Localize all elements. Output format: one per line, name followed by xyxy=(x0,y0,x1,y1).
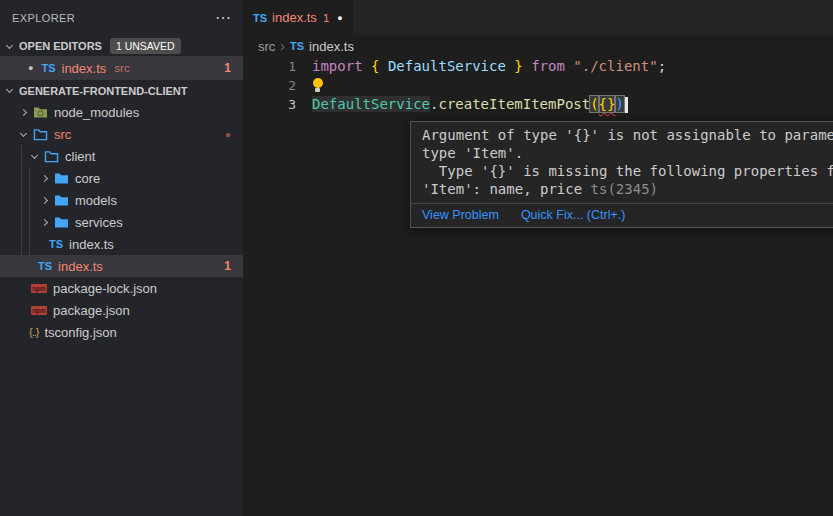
token-import: import xyxy=(312,58,371,74)
chevron-down-icon xyxy=(6,41,13,48)
tree-item-label: services xyxy=(75,215,123,230)
open-editor-item-index-ts[interactable]: ● TS index.ts src 1 xyxy=(0,56,243,80)
tree-item-services[interactable]: services xyxy=(0,211,243,233)
token-default-service: DefaultService xyxy=(379,58,514,74)
tree-item-label: package.json xyxy=(53,303,130,318)
tree-item-label: package-lock.json xyxy=(53,281,157,296)
typescript-file-icon: TS xyxy=(38,260,52,272)
lightbulb-icon[interactable] xyxy=(312,78,323,93)
line-number: 3 xyxy=(243,95,296,114)
chevron-right-icon xyxy=(41,196,48,203)
chevron-down-icon xyxy=(6,86,13,93)
tree-item-package-lock-json[interactable]: npm package-lock.json xyxy=(0,277,243,299)
typescript-file-icon: TS xyxy=(49,238,63,250)
tree-item-client[interactable]: client xyxy=(0,145,243,167)
error-count-badge: 1 xyxy=(224,61,231,75)
workspace-label: GENERATE-FRONTEND-CLIENT xyxy=(19,85,187,97)
client-folder-icon xyxy=(44,150,59,163)
node-modules-folder-icon xyxy=(33,106,48,119)
open-editors-header[interactable]: OPEN EDITORS 1 UNSAVED xyxy=(0,36,243,56)
error-message: Argument of type '{}' is not assignable … xyxy=(411,122,833,203)
tree-item-label: core xyxy=(75,171,100,186)
token-default-service: DefaultService xyxy=(312,96,430,112)
token-empty-object: {} xyxy=(599,96,616,112)
error-hover-tooltip: Argument of type '{}' is not assignable … xyxy=(410,121,833,228)
typescript-file-icon: TS xyxy=(290,40,304,52)
chevron-right-icon xyxy=(20,108,27,115)
token-open-paren: ( xyxy=(590,96,598,112)
tree-item-index-ts-src[interactable]: TS index.ts 1 xyxy=(0,255,243,277)
chevron-down-icon xyxy=(20,129,27,136)
workspace-header[interactable]: GENERATE-FRONTEND-CLIENT xyxy=(0,80,243,101)
tree-item-label: index.ts xyxy=(69,237,114,252)
src-folder-icon xyxy=(33,128,48,141)
breadcrumb-file[interactable]: index.ts xyxy=(309,39,354,54)
line-number: 2 xyxy=(243,76,296,95)
tab-index-ts[interactable]: TS index.ts 1 ● xyxy=(243,0,353,35)
explorer-sidebar: EXPLORER ⋯ OPEN EDITORS 1 UNSAVED ● TS i… xyxy=(0,0,243,516)
tree-item-label: src xyxy=(54,127,71,142)
text-cursor xyxy=(625,97,628,113)
chevron-down-icon xyxy=(31,151,38,158)
line-number: 1 xyxy=(243,57,296,76)
breadcrumb-folder[interactable]: src xyxy=(258,39,275,54)
npm-icon: npm xyxy=(31,306,47,315)
error-message-line: type 'Item'. xyxy=(422,144,833,162)
tree-item-index-ts-client[interactable]: TS index.ts xyxy=(0,233,243,255)
error-message-line: Argument of type '{}' is not assignable … xyxy=(422,126,833,144)
error-message-text: 'Item': name, price xyxy=(422,181,591,197)
token-method: createItemItemPost xyxy=(438,96,590,112)
tree-item-tsconfig-json[interactable]: {..} tsconfig.json xyxy=(0,321,243,343)
tree-item-label: index.ts xyxy=(58,259,103,274)
folder-icon xyxy=(54,172,69,185)
token-close-paren: ) xyxy=(615,96,623,112)
typescript-file-icon: TS xyxy=(253,12,267,24)
tree-item-models[interactable]: models xyxy=(0,189,243,211)
editor-tab-bar: TS index.ts 1 ● xyxy=(243,0,833,35)
error-code-tag: ts(2345) xyxy=(591,181,658,197)
folder-error-dot-icon: ● xyxy=(225,129,231,140)
unsaved-badge: 1 UNSAVED xyxy=(110,38,181,54)
error-message-line: 'Item': name, price ts(2345) xyxy=(422,180,833,198)
tree-item-label: models xyxy=(75,193,117,208)
token-brace: } xyxy=(514,58,522,74)
tree-item-node-modules[interactable]: node_modules xyxy=(0,101,243,123)
code-line-3: 3 DefaultService.createItemItemPost({}) xyxy=(243,95,833,114)
folder-icon xyxy=(54,216,69,229)
token-from: from xyxy=(523,58,574,74)
chevron-right-icon xyxy=(41,174,48,181)
file-tree: node_modules src ● client core xyxy=(0,101,243,343)
tree-item-src[interactable]: src ● xyxy=(0,123,243,145)
error-message-line: Type '{}' is missing the following prope… xyxy=(422,162,833,180)
modified-dot-icon[interactable]: ● xyxy=(28,63,33,73)
tree-item-label: tsconfig.json xyxy=(44,325,116,340)
json-braces-icon: {..} xyxy=(29,326,38,338)
typescript-file-icon: TS xyxy=(41,62,55,74)
tree-item-package-json[interactable]: npm package.json xyxy=(0,299,243,321)
open-editor-filename: index.ts xyxy=(62,61,107,76)
unsaved-dot-icon[interactable]: ● xyxy=(337,13,342,23)
token-semicolon: ; xyxy=(658,58,666,74)
quick-fix-link[interactable]: Quick Fix... (Ctrl+.) xyxy=(521,208,626,222)
view-problem-link[interactable]: View Problem xyxy=(422,208,499,222)
sidebar-title: EXPLORER xyxy=(12,12,75,24)
npm-icon: npm xyxy=(31,284,47,293)
open-editor-folder: src xyxy=(114,62,129,74)
chevron-right-icon xyxy=(41,218,48,225)
code-line-2: 2 xyxy=(243,76,833,95)
tab-filename: index.ts xyxy=(272,10,317,25)
tab-error-count: 1 xyxy=(323,12,329,24)
code-line-1: 1 import { DefaultService } from "./clie… xyxy=(243,57,833,76)
tree-item-core[interactable]: core xyxy=(0,167,243,189)
more-actions-icon[interactable]: ⋯ xyxy=(215,13,231,23)
tree-item-label: client xyxy=(65,149,95,164)
sidebar-title-row: EXPLORER ⋯ xyxy=(0,0,243,35)
token-string: "./client" xyxy=(573,58,657,74)
tree-item-label: node_modules xyxy=(54,105,139,120)
breadcrumb: src › TS index.ts xyxy=(243,35,833,57)
folder-icon xyxy=(54,194,69,207)
code-editor[interactable]: 1 import { DefaultService } from "./clie… xyxy=(243,57,833,114)
error-count-badge: 1 xyxy=(224,259,231,273)
breadcrumb-separator-icon: › xyxy=(280,38,285,54)
hover-actions: View Problem Quick Fix... (Ctrl+.) xyxy=(411,203,833,227)
